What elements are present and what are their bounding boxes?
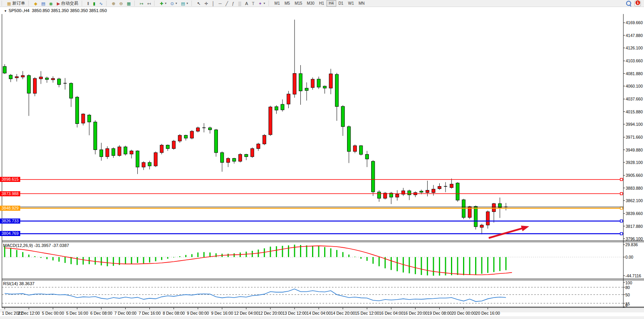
timeframe-w1[interactable]: W1	[346, 0, 356, 7]
template-icon[interactable]: ▤▾	[179, 0, 190, 7]
text-label-icon: T	[252, 0, 254, 7]
mt4-window: ▦新订单◆▤◉▶自动交易‖▮∿⊕⊖▦↦↤✚▾⊙▾▤▾↖✛│─╱ƒ▒AT✦▾M1M…	[0, 0, 644, 319]
ohlc-readout: 3850.850 3851.350 3850.350 3851.050	[32, 8, 107, 13]
periods-clock-icon[interactable]: ⊙▾	[168, 0, 179, 7]
fibonacci-icon: ƒ	[232, 0, 234, 7]
data-window-icon[interactable]: ▤	[39, 0, 47, 7]
crosshair-icon: ✛	[205, 0, 208, 7]
rsi-line	[5, 289, 506, 301]
data-window-icon: ▤	[41, 0, 45, 7]
candlestick-chart-icon[interactable]: ▮	[91, 0, 97, 7]
horizontal-line-icon[interactable]: ─	[217, 0, 224, 7]
timeframe-h1[interactable]: H1	[317, 0, 326, 7]
dropdown-arrow-icon[interactable]: ▾	[263, 2, 265, 5]
line-anchor-handle	[2, 178, 4, 181]
charts-profile-icon: ◆	[34, 0, 37, 7]
line-anchor-handle	[620, 192, 623, 195]
chart-shift-icon[interactable]: ↤	[145, 0, 153, 7]
toolbar-separator	[106, 1, 109, 6]
vertical-line-icon[interactable]: │	[210, 0, 217, 7]
notifications-icon[interactable]: 1	[634, 1, 641, 6]
toolbar-group: ✚▾⊙▾▤▾	[158, 0, 190, 7]
auto-scroll-icon: ↦	[140, 0, 143, 7]
template-icon: ▤	[181, 0, 185, 7]
line-anchor-handle	[2, 192, 4, 195]
line-chart-icon[interactable]: ∿	[97, 0, 105, 7]
line-anchor-handle	[620, 233, 623, 235]
toolbar-button-label: 自动交易	[61, 0, 78, 6]
toolbar: ▦新订单◆▤◉▶自动交易‖▮∿⊕⊖▦↦↤✚▾⊙▾▤▾↖✛│─╱ƒ▒AT✦▾M1M…	[0, 0, 644, 7]
timeframe-d1[interactable]: D1	[336, 0, 346, 7]
crosshair-icon[interactable]: ✛	[203, 0, 210, 7]
timeframe-m1[interactable]: M1	[272, 0, 282, 7]
toolbar-group: ⊕⊖▦	[110, 0, 133, 7]
cursor-icon: ↖	[197, 0, 200, 7]
tile-windows-icon: ▦	[127, 0, 131, 7]
grid-icon[interactable]: ▒	[236, 0, 243, 7]
zoom-out-icon: ⊖	[119, 0, 123, 7]
periods-clock-icon: ⊙	[170, 0, 174, 7]
toolbar-group: ▦新订单	[5, 0, 27, 7]
text-icon[interactable]: A	[243, 0, 250, 7]
toolbar-button-label: 新订单	[12, 0, 25, 6]
charts-profile-icon[interactable]: ◆	[32, 0, 39, 7]
auto-scroll-icon[interactable]: ↦	[138, 0, 145, 7]
dropdown-arrow-icon[interactable]: ▾	[175, 2, 177, 5]
trendline-icon[interactable]: ╱	[223, 0, 230, 7]
zoom-out-icon[interactable]: ⊖	[117, 0, 125, 7]
line-anchor-handle	[620, 178, 623, 181]
cursor-icon[interactable]: ↖	[195, 0, 202, 7]
timeframe-m5[interactable]: M5	[282, 0, 292, 7]
navigator-icon[interactable]: ◉	[47, 0, 55, 7]
fibonacci-icon[interactable]: ƒ	[230, 0, 236, 7]
new-order-icon: ▦	[7, 0, 11, 7]
candles-group	[3, 19, 508, 234]
line-anchor-handle	[2, 207, 4, 209]
toolbar-group: ↦↤	[138, 0, 153, 7]
chart-shift-icon: ↤	[147, 0, 151, 7]
dropdown-arrow-icon[interactable]: ▾	[186, 2, 188, 5]
line-anchor-handle	[620, 207, 623, 209]
annotation-arrow-head	[521, 226, 529, 231]
timeframe-group: M1M5M15M30H1H4D1W1MN	[272, 0, 367, 7]
toolbar-group: ◆▤◉▶自动交易	[32, 0, 80, 7]
line-anchor-handle	[620, 220, 623, 222]
chart-canvas[interactable]	[0, 7, 644, 316]
toolbar-group: ↖✛│─╱ƒ▒AT✦▾	[195, 0, 267, 7]
toolbar-separator	[191, 1, 194, 6]
trendline-icon: ╱	[225, 0, 228, 7]
add-indicator-icon: ✚	[160, 0, 163, 7]
dropdown-arrow-icon[interactable]: ▾	[165, 2, 167, 5]
arrows-tool-icon[interactable]: ✦▾	[256, 0, 267, 7]
search-icon[interactable]	[626, 1, 631, 6]
timeframe-h4[interactable]: H4	[326, 0, 336, 7]
timeframe-mn[interactable]: MN	[356, 0, 367, 7]
bar-chart-icon[interactable]: ‖	[85, 0, 91, 7]
toolbar-separator	[28, 1, 31, 6]
candlestick-chart-icon: ▮	[93, 0, 95, 7]
timeframe-m30[interactable]: M30	[305, 0, 317, 7]
line-anchor-handle	[2, 233, 4, 235]
chart-window[interactable]: ▼SP500-,H4 3850.850 3851.350 3850.350 38…	[0, 7, 644, 316]
zoom-in-icon[interactable]: ⊕	[110, 0, 117, 7]
text-label-icon[interactable]: T	[250, 0, 256, 7]
chevron-down-icon[interactable]: ▼	[4, 9, 7, 13]
add-indicator-icon[interactable]: ✚▾	[158, 0, 168, 7]
navigator-icon: ◉	[49, 0, 53, 7]
timeframe-m15[interactable]: M15	[292, 0, 304, 7]
toolbar-separator	[134, 1, 137, 6]
toolbar-separator	[82, 1, 84, 6]
bar-chart-icon: ‖	[87, 0, 89, 7]
notification-badge: 1	[635, 0, 640, 5]
annotation-arrow	[489, 227, 525, 238]
tile-windows-icon[interactable]: ▦	[125, 0, 133, 7]
horizontal-line-icon: ─	[219, 0, 222, 7]
symbol-period-label: SP500-,H4	[9, 8, 30, 13]
toolbar-group: ‖▮∿	[85, 0, 105, 7]
auto-trading-icon: ▶	[57, 0, 60, 7]
arrows-tool-icon: ✦	[258, 0, 262, 7]
line-anchor-handle	[2, 220, 4, 222]
new-order-button[interactable]: ▦新订单	[5, 0, 27, 7]
grid-icon: ▒	[238, 0, 241, 7]
auto-trading-button[interactable]: ▶自动交易	[55, 0, 80, 7]
